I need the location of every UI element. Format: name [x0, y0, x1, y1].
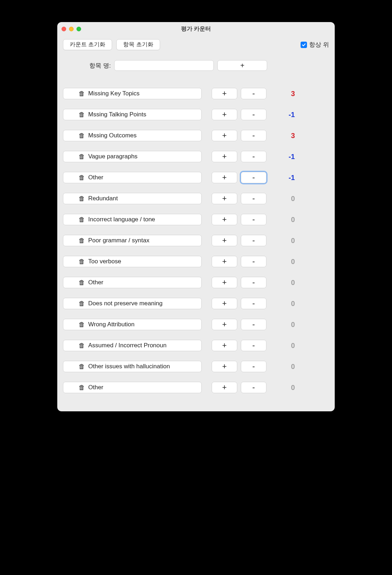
decrement-button[interactable]: -	[241, 109, 266, 120]
increment-button[interactable]: +	[212, 298, 237, 309]
trash-icon: 🗑	[78, 342, 85, 349]
counter-item-button[interactable]: 🗑Missing Key Topics	[63, 88, 202, 99]
item-name-label: 항목 명:	[89, 62, 111, 70]
increment-button[interactable]: +	[212, 235, 237, 246]
plus-minus-group: +-	[212, 130, 266, 141]
counter-item-label: Redundant	[88, 195, 118, 202]
add-item-button[interactable]: +	[217, 60, 267, 71]
trash-icon: 🗑	[78, 279, 85, 286]
counter-item-button[interactable]: 🗑Mssing Talking Points	[63, 109, 202, 120]
reset-count-button[interactable]: 카운트 초기화	[63, 39, 112, 50]
decrement-button[interactable]: -	[241, 193, 266, 204]
counter-row: 🗑Vague paragraphs+--1	[63, 151, 329, 162]
counter-row: 🗑Assumed / Incorrect Pronoun+-0	[63, 340, 329, 351]
counter-item-button[interactable]: 🗑Mssing Outcomes	[63, 130, 202, 141]
counter-item-button[interactable]: 🗑Assumed / Incorrect Pronoun	[63, 340, 202, 351]
increment-button[interactable]: +	[212, 109, 237, 120]
counter-item-label: Poor grammar / syntax	[88, 237, 149, 244]
increment-button[interactable]: +	[212, 172, 237, 183]
decrement-button[interactable]: -	[241, 361, 266, 372]
increment-button[interactable]: +	[212, 193, 237, 204]
counter-value: 0	[266, 279, 295, 287]
counter-item-label: Incorrect language / tone	[88, 216, 155, 223]
counter-item-button[interactable]: 🗑Does not preserve meaning	[63, 298, 202, 309]
plus-minus-group: +-	[212, 193, 266, 204]
titlebar[interactable]: 평가 카운터	[57, 22, 335, 36]
increment-button[interactable]: +	[212, 277, 237, 288]
decrement-button[interactable]: -	[241, 256, 266, 267]
window-body: 카운트 초기화 항목 초기화 항상 위 항목 명: + 🗑Missing Key…	[57, 36, 335, 411]
counter-item-label: Other	[88, 384, 104, 391]
counter-value: 0	[266, 216, 295, 224]
decrement-button[interactable]: -	[241, 319, 266, 330]
counter-row: 🗑Wrong Attribution+-0	[63, 319, 329, 330]
trash-icon: 🗑	[78, 111, 85, 118]
trash-icon: 🗑	[78, 174, 85, 181]
trash-icon: 🗑	[78, 195, 85, 202]
decrement-button[interactable]: -	[241, 298, 266, 309]
counter-item-button[interactable]: 🗑Other	[63, 382, 202, 393]
counter-item-button[interactable]: 🗑Other	[63, 172, 202, 183]
app-window: 평가 카운터 카운트 초기화 항목 초기화 항상 위 항목 명: + 🗑Miss…	[57, 22, 335, 411]
decrement-button[interactable]: -	[241, 214, 266, 225]
increment-button[interactable]: +	[212, 340, 237, 351]
plus-minus-group: +-	[212, 382, 266, 393]
decrement-button[interactable]: -	[241, 151, 266, 162]
reset-items-button[interactable]: 항목 초기화	[116, 39, 160, 50]
counter-value: 0	[266, 300, 295, 308]
counter-item-button[interactable]: 🗑Incorrect language / tone	[63, 214, 202, 225]
item-name-input[interactable]	[114, 60, 214, 71]
decrement-button[interactable]: -	[241, 382, 266, 393]
checkbox-icon[interactable]	[301, 42, 307, 48]
counter-item-button[interactable]: 🗑Other	[63, 277, 202, 288]
counter-item-label: Missing Key Topics	[88, 90, 139, 97]
counter-row: 🗑Incorrect language / tone+-0	[63, 214, 329, 225]
increment-button[interactable]: +	[212, 256, 237, 267]
counter-item-button[interactable]: 🗑Other issues with hallucination	[63, 361, 202, 372]
counter-row: 🗑Does not preserve meaning+-0	[63, 298, 329, 309]
decrement-button[interactable]: -	[241, 277, 266, 288]
counter-row: 🗑Missing Key Topics+-3	[63, 88, 329, 99]
counter-value: -1	[266, 111, 295, 119]
decrement-button[interactable]: -	[241, 172, 266, 183]
plus-minus-group: +-	[212, 319, 266, 330]
counter-item-label: Other	[88, 174, 104, 181]
increment-button[interactable]: +	[212, 151, 237, 162]
counter-item-button[interactable]: 🗑Poor grammar / syntax	[63, 235, 202, 246]
always-on-top-toggle[interactable]: 항상 위	[301, 41, 329, 49]
trash-icon: 🗑	[78, 90, 85, 97]
increment-button[interactable]: +	[212, 88, 237, 99]
plus-minus-group: +-	[212, 256, 266, 267]
counter-value: -1	[266, 153, 295, 161]
counter-value: 0	[266, 237, 295, 245]
counter-value: 0	[266, 384, 295, 392]
counter-item-button[interactable]: 🗑Too verbose	[63, 256, 202, 267]
counter-item-button[interactable]: 🗑Wrong Attribution	[63, 319, 202, 330]
increment-button[interactable]: +	[212, 214, 237, 225]
counter-row: 🗑Mssing Talking Points+--1	[63, 109, 329, 120]
minimize-icon[interactable]	[69, 27, 74, 31]
trash-icon: 🗑	[78, 237, 85, 244]
counter-value: 3	[266, 132, 295, 140]
counter-row: 🗑Other+-0	[63, 277, 329, 288]
traffic-lights	[62, 27, 81, 31]
decrement-button[interactable]: -	[241, 130, 266, 141]
decrement-button[interactable]: -	[241, 340, 266, 351]
increment-button[interactable]: +	[212, 361, 237, 372]
increment-button[interactable]: +	[212, 382, 237, 393]
close-icon[interactable]	[62, 27, 66, 31]
increment-button[interactable]: +	[212, 319, 237, 330]
trash-icon: 🗑	[78, 321, 85, 328]
maximize-icon[interactable]	[76, 27, 81, 31]
counter-item-button[interactable]: 🗑Redundant	[63, 193, 202, 204]
trash-icon: 🗑	[78, 258, 85, 265]
add-item-row: 항목 명: +	[89, 60, 329, 71]
toolbar: 카운트 초기화 항목 초기화 항상 위	[63, 39, 329, 50]
increment-button[interactable]: +	[212, 130, 237, 141]
counter-item-label: Other issues with hallucination	[88, 363, 170, 370]
decrement-button[interactable]: -	[241, 88, 266, 99]
trash-icon: 🗑	[78, 153, 85, 160]
decrement-button[interactable]: -	[241, 235, 266, 246]
counter-value: 0	[266, 195, 295, 203]
counter-item-button[interactable]: 🗑Vague paragraphs	[63, 151, 202, 162]
